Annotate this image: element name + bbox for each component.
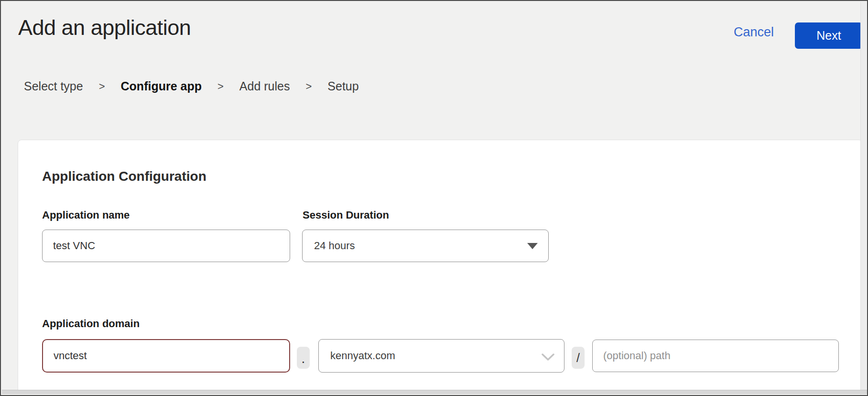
app-window: Add an application Cancel Next Select ty… [0,0,868,396]
horizontal-scrollbar[interactable] [2,390,868,394]
caret-down-icon [527,243,538,249]
application-domain-label: Application domain [42,318,140,330]
breadcrumb-separator-icon: > [217,80,224,93]
path-input[interactable] [592,340,839,372]
page-title: Add an application [18,15,191,40]
domain-select[interactable]: kennyatx.com [318,339,564,373]
subdomain-input[interactable] [42,339,290,373]
dot-separator: . [297,347,310,369]
domain-selected-value: kennyatx.com [330,350,395,362]
configuration-card: Application Configuration Application na… [18,140,863,393]
session-duration-select[interactable]: 24 hours [302,230,549,262]
step-add-rules[interactable]: Add rules [239,79,290,93]
step-configure-app[interactable]: Configure app [121,79,202,93]
cancel-button[interactable]: Cancel [730,25,778,40]
session-duration-label: Session Duration [303,209,389,221]
section-title: Application Configuration [42,169,206,184]
step-setup[interactable]: Setup [327,79,358,93]
slash-separator: / [572,347,585,369]
breadcrumb-separator-icon: > [99,80,105,93]
step-select-type[interactable]: Select type [24,79,83,93]
breadcrumb-separator-icon: > [305,80,312,93]
next-button[interactable]: Next [795,22,863,49]
application-name-label: Application name [42,209,130,221]
session-duration-selected-value: 24 hours [314,240,355,252]
application-name-input[interactable] [42,230,290,262]
chevron-down-icon [542,352,554,364]
vertical-scrollbar[interactable] [860,2,866,396]
breadcrumb: Select type > Configure app > Add rules … [24,79,359,93]
